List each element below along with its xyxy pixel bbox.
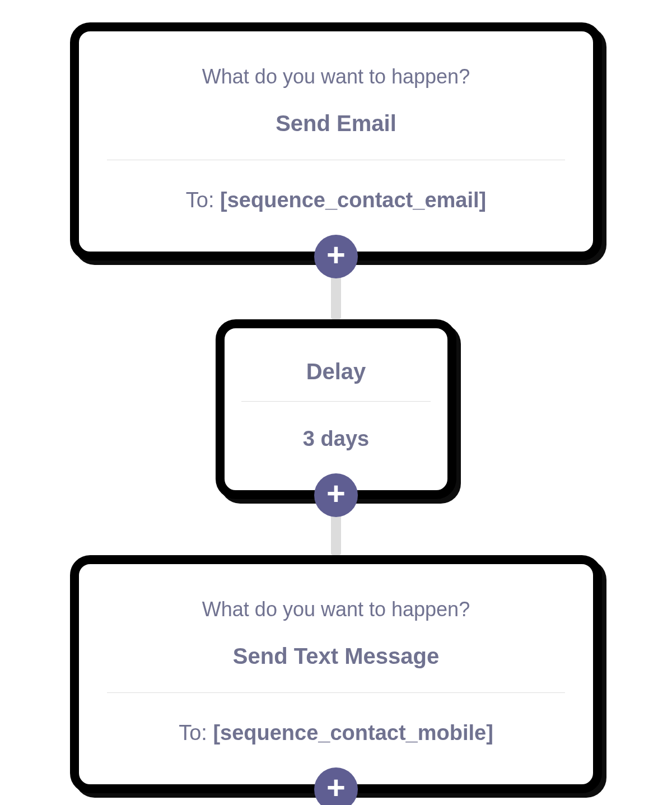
to-prefix: To:: [179, 721, 213, 744]
divider: [241, 401, 431, 402]
plus-icon: +: [326, 771, 346, 804]
plus-icon: +: [326, 239, 346, 271]
step-detail: To: [sequence_contact_mobile]: [107, 721, 565, 745]
step-value: 3 days: [241, 427, 431, 451]
workflow-step-send-text[interactable]: What do you want to happen? Send Text Me…: [70, 555, 602, 793]
divider: [107, 160, 565, 160]
add-step-button[interactable]: +: [314, 473, 358, 517]
add-step-button[interactable]: +: [314, 767, 358, 805]
step-detail: To: [sequence_contact_email]: [107, 188, 565, 212]
add-step-button[interactable]: +: [314, 235, 358, 278]
step-prompt: What do you want to happen?: [107, 598, 565, 621]
divider: [107, 692, 565, 693]
workflow-step-send-email[interactable]: What do you want to happen? Send Email T…: [70, 22, 602, 260]
step-prompt: What do you want to happen?: [107, 65, 565, 89]
step-title: Send Email: [107, 111, 565, 136]
delay-value: 3 days: [303, 427, 369, 450]
workflow-canvas: What do you want to happen? Send Email T…: [0, 0, 672, 793]
step-title: Delay: [241, 359, 431, 384]
workflow-step-delay[interactable]: Delay 3 days +: [216, 319, 456, 499]
plus-icon: +: [326, 477, 346, 510]
to-prefix: To:: [186, 188, 220, 212]
to-value: [sequence_contact_mobile]: [213, 721, 493, 744]
step-title: Send Text Message: [107, 644, 565, 669]
to-value: [sequence_contact_email]: [220, 188, 486, 212]
